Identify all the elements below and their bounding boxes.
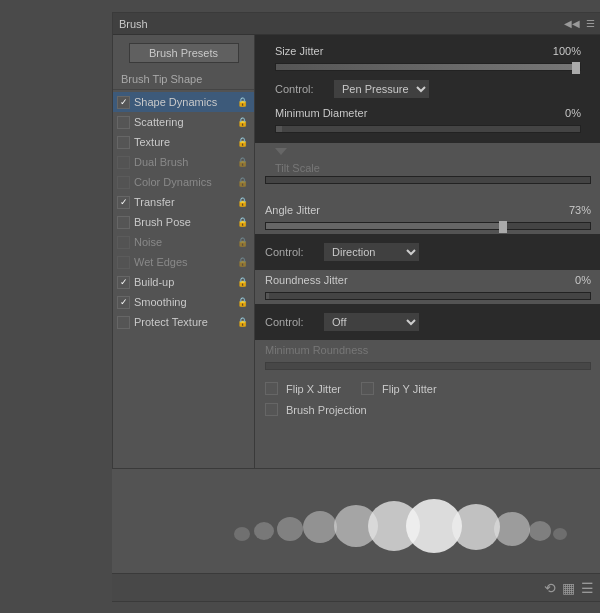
checkbox-shape-dynamics[interactable]: ✓ [117, 96, 130, 109]
size-jitter-value: 100% [546, 45, 581, 57]
grid-icon[interactable]: ▦ [562, 580, 575, 596]
bottom-bar: ⟲ ▦ ☰ [112, 573, 600, 601]
create-new-icon[interactable]: ⟲ [544, 580, 556, 596]
sidebar-item-color-dynamics[interactable]: Color Dynamics 🔒 [113, 172, 254, 192]
checkbox-brush-projection[interactable] [265, 403, 278, 416]
brush-presets-button[interactable]: Brush Presets [129, 43, 239, 63]
roundness-jitter-slider[interactable] [265, 292, 591, 300]
sidebar-item-smoothing[interactable]: ✓ Smoothing 🔒 [113, 292, 254, 312]
checkbox-flip-x[interactable] [265, 382, 278, 395]
checkbox-scattering[interactable] [117, 116, 130, 129]
checkbox-noise[interactable] [117, 236, 130, 249]
menu-list-icon[interactable]: ☰ [581, 580, 594, 596]
roundness-control-label: Control: [265, 316, 315, 328]
size-jitter-slider-fill [276, 64, 580, 70]
angle-jitter-value: 73% [556, 204, 591, 216]
tilt-scale-slider[interactable] [265, 176, 591, 184]
brush-projection-item: Brush Projection [265, 403, 367, 416]
lock-icon-texture: 🔒 [237, 137, 248, 147]
panel-controls: ◀◀ ☰ [564, 18, 595, 29]
flip-x-label: Flip X Jitter [286, 383, 341, 395]
sidebar-item-brush-pose[interactable]: Brush Pose 🔒 [113, 212, 254, 232]
label-protect-texture: Protect Texture [134, 316, 237, 328]
min-diameter-slider[interactable] [275, 125, 581, 133]
brush-stroke-dot [452, 504, 500, 550]
brush-stroke-dot [234, 527, 250, 541]
angle-jitter-slider-thumb[interactable] [499, 221, 507, 233]
min-diameter-value: 0% [546, 107, 581, 119]
brush-tip-shape-header[interactable]: Brush Tip Shape [113, 71, 254, 90]
checkbox-brush-pose[interactable] [117, 216, 130, 229]
lock-icon-brush-pose: 🔒 [237, 217, 248, 227]
collapse-icon[interactable]: ◀◀ [564, 18, 580, 29]
roundness-jitter-row: Roundness Jitter 0% [255, 270, 600, 290]
sidebar-item-shape-dynamics[interactable]: ✓ Shape Dynamics 🔒 [113, 92, 254, 112]
lock-icon-scattering: 🔒 [237, 117, 248, 127]
size-jitter-section: Size Jitter 100% Control: Off Fade Pen P… [255, 35, 600, 143]
checkbox-protect-texture[interactable] [117, 316, 130, 329]
roundness-control-select[interactable]: Off Fade Pen Pressure [323, 312, 420, 332]
label-scattering: Scattering [134, 116, 237, 128]
brush-stroke-dot [254, 522, 274, 540]
brush-preview-svg [112, 469, 600, 573]
menu-icon[interactable]: ☰ [586, 18, 595, 29]
angle-jitter-label: Angle Jitter [265, 204, 320, 216]
lock-icon-protect-texture: 🔒 [237, 317, 248, 327]
panel-title: Brush [119, 18, 148, 30]
lock-icon-transfer: 🔒 [237, 197, 248, 207]
checkbox-build-up[interactable]: ✓ [117, 276, 130, 289]
size-control-label: Control: [275, 83, 325, 95]
roundness-jitter-slider-fill [266, 293, 269, 299]
checkbox-flip-y[interactable] [361, 382, 374, 395]
sidebar-item-build-up[interactable]: ✓ Build-up 🔒 [113, 272, 254, 292]
min-roundness-slider-container [255, 360, 600, 374]
brush-preview-area [112, 468, 600, 573]
angle-jitter-slider[interactable] [265, 222, 591, 230]
checkbox-wet-edges[interactable] [117, 256, 130, 269]
label-transfer: Transfer [134, 196, 237, 208]
label-smoothing: Smoothing [134, 296, 237, 308]
panel-header: Brush ◀◀ ☰ [113, 13, 600, 35]
label-build-up: Build-up [134, 276, 237, 288]
label-color-dynamics: Color Dynamics [134, 176, 237, 188]
label-shape-dynamics: Shape Dynamics [134, 96, 237, 108]
size-jitter-label: Size Jitter [275, 45, 323, 57]
min-diameter-slider-fill [276, 126, 282, 132]
min-roundness-label: Minimum Roundness [265, 344, 368, 356]
brush-stroke-dot [494, 512, 530, 546]
angle-jitter-slider-container [255, 220, 600, 234]
min-roundness-slider[interactable] [265, 362, 591, 370]
angle-jitter-slider-fill [266, 223, 503, 229]
size-control-select[interactable]: Off Fade Pen Pressure Pen Tilt [333, 79, 430, 99]
angle-jitter-row: Angle Jitter 73% [255, 200, 600, 220]
sidebar-item-noise[interactable]: Noise 🔒 [113, 232, 254, 252]
tilt-scale-slider-container [265, 174, 591, 188]
angle-control-select[interactable]: Off Direction Pen Pressure Pen Tilt [323, 242, 420, 262]
size-jitter-slider-container [265, 61, 591, 75]
checkbox-texture[interactable] [117, 136, 130, 149]
checkbox-smoothing[interactable]: ✓ [117, 296, 130, 309]
checkbox-dual-brush[interactable] [117, 156, 130, 169]
brush-stroke-dot [553, 528, 567, 540]
sidebar-item-wet-edges[interactable]: Wet Edges 🔒 [113, 252, 254, 272]
sidebar-item-transfer[interactable]: ✓ Transfer 🔒 [113, 192, 254, 212]
roundness-control-row: Control: Off Fade Pen Pressure [255, 308, 600, 336]
label-dual-brush: Dual Brush [134, 156, 237, 168]
checkbox-transfer[interactable]: ✓ [117, 196, 130, 209]
sidebar-item-dual-brush[interactable]: Dual Brush 🔒 [113, 152, 254, 172]
size-jitter-slider-thumb[interactable] [572, 62, 580, 74]
lock-icon-noise: 🔒 [237, 237, 248, 247]
checkbox-color-dynamics[interactable] [117, 176, 130, 189]
divider-arrow[interactable] [275, 148, 287, 155]
sidebar-item-texture[interactable]: Texture 🔒 [113, 132, 254, 152]
brush-projection-label: Brush Projection [286, 404, 367, 416]
sidebar-item-scattering[interactable]: Scattering 🔒 [113, 112, 254, 132]
brush-projection-row: Brush Projection [255, 399, 600, 420]
sidebar-item-protect-texture[interactable]: Protect Texture 🔒 [113, 312, 254, 332]
tilt-scale-section: Tilt Scale [255, 160, 600, 194]
size-jitter-slider[interactable] [275, 63, 581, 71]
min-diameter-row: Minimum Diameter 0% [265, 103, 591, 123]
brush-stroke-dot [277, 517, 303, 541]
lock-icon-shape-dynamics: 🔒 [237, 97, 248, 107]
roundness-jitter-label: Roundness Jitter [265, 274, 348, 286]
